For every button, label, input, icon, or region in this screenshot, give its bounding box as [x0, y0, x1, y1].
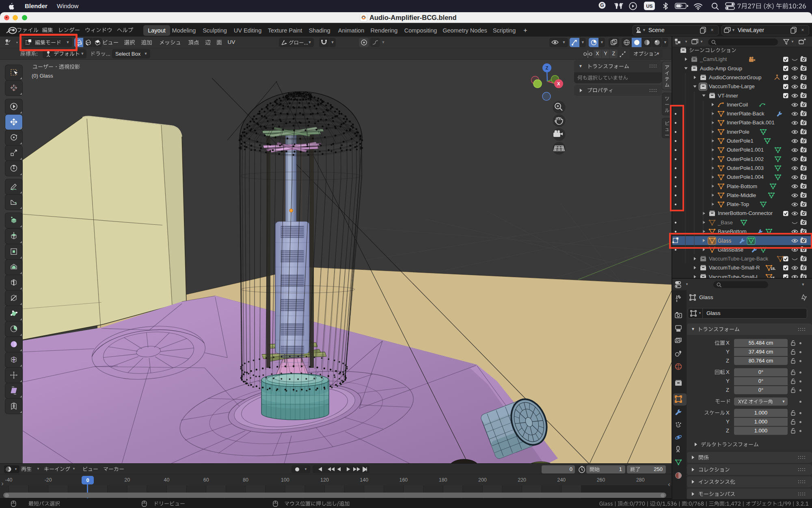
svg-text:Z: Z: [546, 65, 549, 70]
svg-text:X: X: [557, 81, 560, 86]
svg-text:G: G: [600, 2, 604, 8]
svg-text:US: US: [646, 4, 653, 9]
